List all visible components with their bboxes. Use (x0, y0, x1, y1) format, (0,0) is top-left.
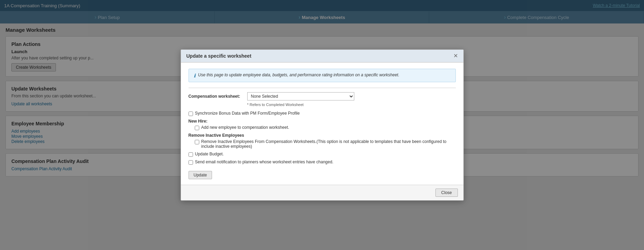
refers-text: * Refers to Completed Worksheet (247, 103, 456, 107)
remove-inactive-checkbox[interactable] (195, 140, 199, 144)
update-budget-checkbox[interactable] (189, 152, 193, 157)
modal-overlay: Update a specific worksheet ✕ ℹ Use this… (0, 0, 644, 250)
send-email-checkbox[interactable] (189, 160, 193, 165)
info-box: ℹ Use this page to update employee data,… (189, 69, 456, 82)
remove-inactive-section-label: Remove Inactive Employees (189, 133, 456, 138)
info-text: Use this page to update employee data, b… (198, 73, 400, 77)
remove-inactive-checkbox-row: Remove Inactive Employees From Compensat… (195, 139, 456, 149)
update-budget-label: Update Budget. (195, 152, 224, 156)
update-button[interactable]: Update (189, 171, 212, 179)
compensation-label: Compensation worksheet: (189, 94, 247, 99)
send-email-checkbox-row: Send email notification to planners whos… (189, 160, 456, 165)
sync-label: Synchronize Bonus Data with PM Form/Empl… (195, 111, 300, 116)
info-icon: ℹ (194, 73, 195, 78)
update-budget-checkbox-row: Update Budget. (189, 152, 456, 157)
sync-checkbox-row: Synchronize Bonus Data with PM Form/Empl… (189, 111, 456, 116)
remove-inactive-label: Remove Inactive Employees From Compensat… (201, 139, 456, 149)
divider-1 (189, 88, 456, 88)
sync-checkbox[interactable] (189, 112, 193, 116)
new-hire-label: Add new employee to compensation workshe… (201, 125, 289, 130)
new-hire-section-label: New Hire: (189, 119, 456, 124)
new-hire-checkbox[interactable] (195, 126, 199, 130)
modal-body: ℹ Use this page to update employee data,… (181, 62, 463, 185)
close-button[interactable]: Close (435, 189, 458, 197)
compensation-worksheet-select[interactable]: None Selected Worksheet A Worksheet B Wo… (247, 92, 354, 100)
update-worksheet-modal: Update a specific worksheet ✕ ℹ Use this… (181, 49, 464, 201)
modal-header: Update a specific worksheet ✕ (181, 50, 463, 62)
send-email-label: Send email notification to planners whos… (195, 160, 334, 164)
modal-title: Update a specific worksheet (186, 53, 251, 59)
compensation-worksheet-row: Compensation worksheet: None Selected Wo… (189, 92, 456, 100)
modal-footer: Close (181, 185, 463, 200)
modal-close-button[interactable]: ✕ (453, 53, 458, 59)
new-hire-checkbox-row: Add new employee to compensation workshe… (195, 125, 456, 130)
